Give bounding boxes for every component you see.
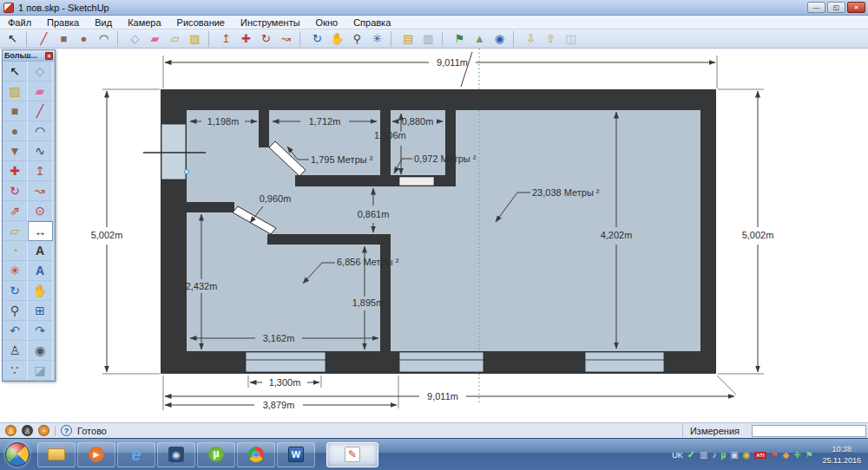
orbit-icon[interactable]: ↻ [307,30,327,48]
building-walls[interactable] [161,89,716,374]
paint-bucket-tool[interactable]: ▨ [3,82,28,101]
error-flag-icon[interactable]: ⚑ [771,450,779,460]
media-player-icon[interactable]: ▶ [77,442,115,467]
internet-explorer-icon[interactable]: e [117,442,155,467]
add-location-icon[interactable]: ⚑ [450,30,470,48]
eraser-icon[interactable]: ▰ [145,30,165,48]
utorrent-icon[interactable]: µ [197,442,235,467]
menu-view[interactable]: Вид [87,17,120,28]
scale-tool[interactable]: ⇗ [3,201,28,221]
share-model-icon[interactable]: ⇧ [541,30,561,48]
make-component-tool[interactable]: ◇ [28,62,53,82]
zoom-icon[interactable]: ⚲ [347,30,367,48]
select-tool[interactable]: ↖ [3,62,28,82]
menu-camera[interactable]: Камера [120,17,168,28]
arc-icon[interactable]: ◠ [94,30,114,48]
pan-icon[interactable]: ✋ [327,30,347,48]
updater-icon[interactable]: ◆ [783,450,790,460]
section-plane-tool[interactable]: ◪ [28,361,53,381]
minimize-button[interactable]: — [807,2,825,13]
get-models-icon[interactable]: ⇩ [521,30,541,48]
eraser-tool[interactable]: ▰ [28,82,53,101]
start-button[interactable] [5,442,30,467]
word-icon[interactable]: W [277,442,315,467]
rectangle-icon[interactable]: ■ [54,30,74,48]
sketchup-window: 1 пов.skp - SketchUp — ◱ × Файл Правка В… [0,0,868,470]
palette-close-icon[interactable]: × [45,52,53,60]
tape-measure-icon[interactable]: ▱ [165,30,185,48]
paint-bucket-icon[interactable]: ▨ [185,30,205,48]
codec-app-icon[interactable]: ◉ [157,442,195,467]
position-camera-tool[interactable]: ♙ [3,341,28,361]
zoom-tool[interactable]: ⚲ [3,301,28,321]
safely-remove-icon[interactable]: ⚑ [806,450,813,460]
orbit-tool[interactable]: ↻ [3,281,28,301]
photo-textures-icon[interactable]: ◉ [490,30,510,48]
menu-file[interactable]: Файл [0,17,39,28]
taskbar-clock[interactable]: 10:38 25.11.2016 [823,444,861,465]
pan-tool[interactable]: ✋ [28,281,53,301]
antivirus-icon[interactable]: ✓ [687,449,695,460]
freehand-tool[interactable]: ∿ [28,141,53,161]
zoom-extents-icon[interactable]: ✳ [367,30,387,48]
axes-tool[interactable]: ✳ [3,261,28,281]
help-icon[interactable]: ? [61,425,72,436]
rotate-icon[interactable]: ↻ [256,30,276,48]
text-tool[interactable]: A [28,241,53,261]
security-shield-icon[interactable]: ✚ [793,450,800,460]
move-tool[interactable]: ✚ [3,161,28,181]
make-component-icon[interactable]: ◇ [125,30,145,48]
volume-icon[interactable]: ♪ [712,450,716,460]
push-pull-icon[interactable]: ↥ [216,30,236,48]
measurements-input[interactable] [752,425,866,437]
previous-view-tool[interactable]: ↶ [3,321,28,341]
push-pull-tool[interactable]: ↥ [28,161,53,181]
look-around-tool[interactable]: ◉ [28,341,53,361]
walk-tool[interactable]: ∵ [3,361,28,381]
restore-button[interactable]: ◱ [827,2,845,13]
line-icon[interactable]: ╱ [34,30,54,48]
protractor-tool[interactable]: ◔ [3,241,28,261]
sketchup-taskbar-button[interactable]: ✎ [326,442,378,467]
title-bar[interactable]: 1 пов.skp - SketchUp — ◱ × [0,0,868,16]
offset-tool[interactable]: ⊙ [28,201,53,221]
3d-text-tool[interactable]: A [28,261,53,281]
large-toolset-palette[interactable]: Больш... × ↖ ◇ ▨ ▰ ■ ╱ ● ◠ ▼ ∿ ✚ ↥ ↻ ↝ ⇗… [2,49,56,382]
menu-draw[interactable]: Рисование [169,17,233,28]
follow-me-icon[interactable]: ↝ [276,30,296,48]
move-icon[interactable]: ✚ [236,30,256,48]
line-tool[interactable]: ╱ [28,101,53,121]
dim-door-width: 0,960m [260,193,292,204]
close-button[interactable]: × [847,2,865,13]
chrome-tray-icon[interactable]: ◉ [743,450,751,460]
menu-help[interactable]: Справка [345,17,398,28]
select-icon[interactable]: ↖ [3,30,23,48]
utorrent-tray-icon[interactable]: µ [720,450,726,460]
tape-measure-tool[interactable]: ▱ [3,221,28,241]
network-icon[interactable]: ▥ [700,450,707,460]
ati-icon[interactable]: ATI [754,452,766,459]
next-view-tool[interactable]: ↷ [28,321,53,341]
language-indicator[interactable]: UK [672,451,683,460]
arc-tool[interactable]: ◠ [28,121,53,141]
open-model-icon[interactable]: ▤ [398,30,418,48]
circle-tool[interactable]: ● [3,121,28,141]
zoom-window-tool[interactable]: ⊞ [28,301,53,321]
palette-title-bar[interactable]: Больш... × [3,50,55,62]
components-icon[interactable]: ◫ [561,30,581,48]
chrome-icon[interactable]: ◉ [237,442,275,467]
dimension-tool[interactable]: ↔ [28,221,53,241]
menu-tools[interactable]: Инструменты [233,17,308,28]
rectangle-tool[interactable]: ■ [3,101,28,121]
polygon-tool[interactable]: ▼ [3,141,28,161]
circle-icon[interactable]: ● [74,30,94,48]
follow-me-tool[interactable]: ↝ [28,181,53,201]
menu-window[interactable]: Окно [308,17,346,28]
explorer-icon[interactable] [37,442,76,467]
menu-edit[interactable]: Правка [39,17,87,28]
export-icon[interactable]: ▥ [418,30,438,48]
toggle-terrain-icon[interactable]: ▲ [470,30,490,48]
rotate-tool[interactable]: ↻ [3,181,28,201]
display-icon[interactable]: ▣ [730,450,738,460]
drawing-canvas[interactable]: 9,011m 5,002m 5,002m 4,202m 1,198m 1,712… [0,49,868,422]
